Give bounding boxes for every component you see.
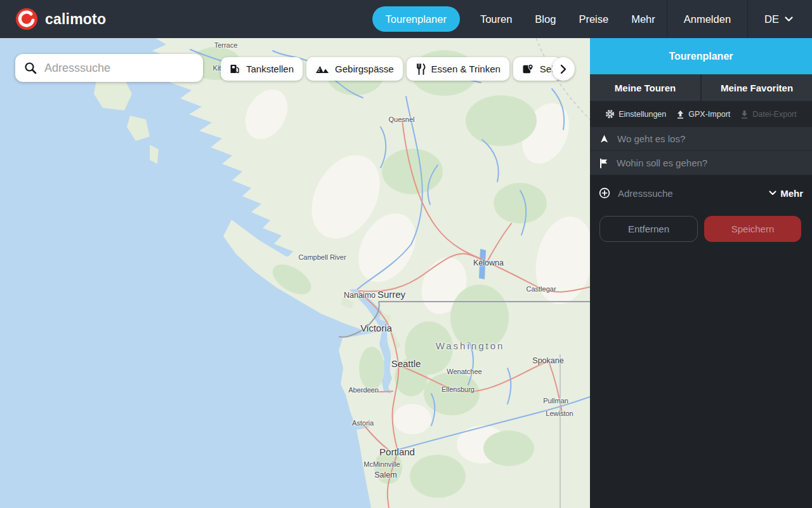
file-export-button: Datei-Export bbox=[740, 110, 796, 119]
sightseeing-icon bbox=[522, 64, 534, 74]
destination-placeholder: Wohin soll es gehen? bbox=[617, 157, 707, 168]
calimoto-logo-icon bbox=[15, 8, 38, 30]
download-icon bbox=[740, 110, 749, 119]
chevron-down-icon bbox=[785, 17, 793, 22]
sidebar-title: Tourenplaner bbox=[590, 38, 812, 74]
calimoto-app: calimoto Tourenplaner Touren Blog Preise… bbox=[0, 0, 812, 508]
more-label: Mehr bbox=[780, 188, 803, 199]
brand-name: calimoto bbox=[45, 11, 106, 28]
circle-plus-icon bbox=[599, 187, 610, 199]
chevron-down-icon bbox=[769, 190, 776, 196]
settings-button[interactable]: Einstellungen bbox=[605, 109, 666, 119]
chip-gebirgspaesse[interactable]: Gebirgspässe bbox=[306, 57, 403, 81]
food-drink-icon bbox=[416, 64, 426, 75]
search-input[interactable] bbox=[44, 62, 194, 75]
sidebar-toolbar: Einstellungen GPX-Import Datei-Export bbox=[590, 101, 812, 127]
tool-label: GPX-Import bbox=[688, 110, 730, 119]
gpx-import-button[interactable]: GPX-Import bbox=[676, 110, 730, 119]
locale-label: DE bbox=[764, 13, 779, 25]
nav-preise[interactable]: Preise bbox=[567, 0, 620, 38]
more-options-toggle[interactable]: Mehr bbox=[769, 188, 803, 199]
map-graphics bbox=[0, 38, 590, 508]
nav-mehr[interactable]: Mehr bbox=[620, 0, 667, 38]
locale-selector[interactable]: DE bbox=[748, 0, 812, 38]
chip-label: Gebirgspässe bbox=[335, 64, 394, 74]
nav-tourenplaner[interactable]: Tourenplaner bbox=[372, 6, 460, 32]
map-canvas[interactable]: TerraceKitQuesnelCampbell RiverKelownaCa… bbox=[0, 38, 590, 508]
tool-label: Einstellungen bbox=[619, 110, 666, 119]
tour-planner-sidebar: Tourenplaner Meine Touren Meine Favorite… bbox=[590, 38, 812, 508]
tool-label: Datei-Export bbox=[752, 110, 796, 119]
search-icon bbox=[24, 62, 37, 74]
fuel-icon bbox=[230, 64, 240, 74]
chip-essen-trinken[interactable]: Essen & Trinken bbox=[407, 57, 509, 81]
calimoto-logo[interactable]: calimoto bbox=[0, 8, 106, 30]
top-navbar: calimoto Tourenplaner Touren Blog Preise… bbox=[0, 0, 812, 38]
chips-scroll-right-button[interactable] bbox=[552, 57, 575, 81]
start-placeholder: Wo geht es los? bbox=[617, 133, 685, 144]
sidebar-tabs: Meine Touren Meine Favoriten bbox=[590, 74, 812, 101]
flag-icon bbox=[599, 158, 609, 168]
gear-icon bbox=[605, 109, 615, 119]
map-search-box bbox=[15, 54, 203, 82]
main-nav: Tourenplaner Touren Blog Preise Mehr Anm… bbox=[363, 0, 812, 38]
tab-meine-touren[interactable]: Meine Touren bbox=[590, 74, 700, 101]
chip-tankstellen[interactable]: Tankstellen bbox=[221, 57, 303, 81]
nav-blog[interactable]: Blog bbox=[523, 0, 567, 38]
remove-button[interactable]: Entfernen bbox=[599, 216, 698, 242]
tab-meine-favoriten[interactable]: Meine Favoriten bbox=[702, 74, 812, 101]
chip-label: Tankstellen bbox=[246, 64, 294, 74]
via-placeholder: Adresssuche bbox=[618, 188, 673, 199]
chevron-right-icon bbox=[560, 64, 566, 74]
mountain-pass-icon bbox=[315, 64, 329, 74]
route-start-field[interactable]: Wo geht es los? bbox=[590, 127, 812, 151]
route-destination-field[interactable]: Wohin soll es gehen? bbox=[590, 151, 812, 175]
nav-touren[interactable]: Touren bbox=[469, 0, 523, 38]
start-arrow-icon bbox=[599, 134, 610, 144]
chip-label: Essen & Trinken bbox=[431, 64, 501, 74]
add-waypoint-field[interactable]: Adresssuche Mehr bbox=[590, 181, 812, 205]
poi-chips: Tankstellen Gebirgspässe Essen & Trinken… bbox=[221, 57, 561, 81]
login-button[interactable]: Anmelden bbox=[667, 0, 747, 38]
sidebar-actions: Entfernen Speichern bbox=[590, 205, 812, 242]
save-button[interactable]: Speichern bbox=[704, 216, 801, 242]
upload-icon bbox=[676, 110, 684, 119]
